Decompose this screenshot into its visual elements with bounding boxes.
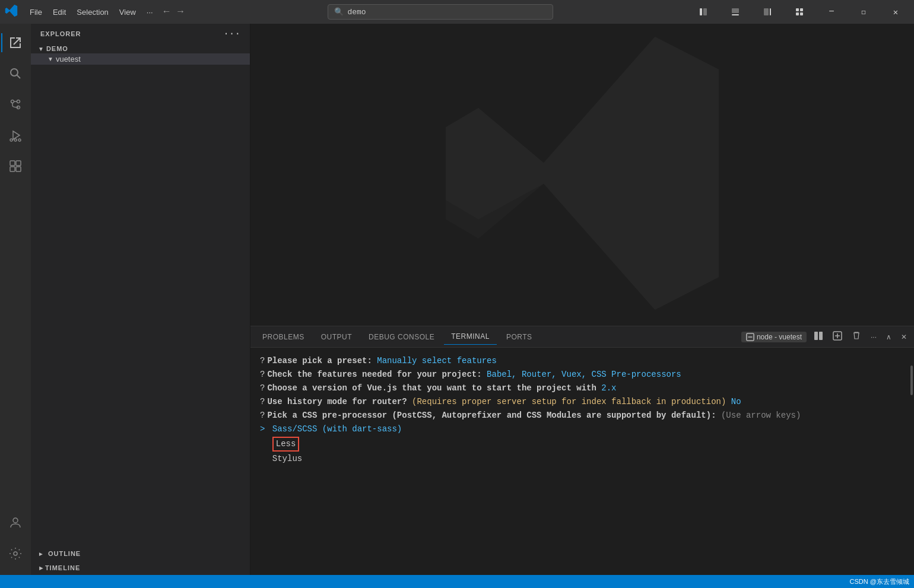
tab-terminal[interactable]: TERMINAL	[444, 329, 497, 345]
terminal-right-controls: node - vuetest ··· ∧ ✕	[741, 330, 909, 344]
term-cyan-4: No	[731, 396, 741, 408]
vuetest-label: vuetest	[56, 55, 81, 63]
term-gray-5: (Use arrow keys)	[721, 409, 801, 422]
demo-label: DEMO	[46, 45, 68, 52]
outline-label: OUTLINE	[48, 550, 81, 557]
search-box[interactable]: 🔍 demo	[328, 4, 553, 20]
tab-ports[interactable]: PORTS	[499, 329, 539, 345]
restore-button[interactable]: ◻	[850, 0, 877, 24]
search-text: demo	[347, 8, 366, 17]
term-spacer-8	[260, 453, 270, 465]
activity-search[interactable]	[1, 59, 30, 88]
term-cyan-6: Sass/SCSS (with dart-sass)	[272, 423, 402, 436]
svg-rect-0	[700, 8, 702, 15]
tab-problems[interactable]: PROBLEMS	[255, 329, 312, 345]
minimize-button[interactable]: −	[818, 0, 845, 24]
svg-point-20	[18, 139, 21, 141]
svg-rect-4	[764, 8, 769, 15]
terminal-panel: PROBLEMS OUTPUT DEBUG CONSOLE TERMINAL P…	[250, 326, 914, 575]
svg-line-11	[17, 75, 21, 79]
node-label-text: node - vuetest	[757, 333, 802, 341]
editor-area: PROBLEMS OUTPUT DEBUG CONSOLE TERMINAL P…	[250, 24, 914, 575]
back-arrow-icon[interactable]: ←	[160, 4, 173, 20]
term-text-4: Use history mode for router?	[267, 396, 412, 408]
term-prompt-5: ?	[260, 409, 265, 422]
title-bar-controls: − ◻ ✕	[690, 0, 909, 24]
status-bar: CSDN @东去雪倾城	[0, 575, 914, 588]
terminal-expand-up-button[interactable]: ∧	[884, 332, 894, 342]
menu-bar: File Edit Selection View ···	[25, 5, 158, 19]
new-terminal-button[interactable]	[830, 330, 845, 344]
term-prompt-4: ?	[260, 396, 265, 408]
svg-rect-23	[10, 167, 15, 171]
menu-file[interactable]: File	[25, 5, 47, 19]
svg-point-26	[14, 552, 17, 555]
term-prompt-3: ?	[260, 382, 265, 395]
layout-right-toggle[interactable]	[754, 0, 781, 24]
vscode-logo-icon	[5, 4, 18, 20]
timeline-section[interactable]: ► TIMELINE	[31, 561, 250, 575]
term-text-5: Pick a CSS pre-processor (PostCSS, Autop…	[267, 409, 721, 422]
terminal-line-4: ? Use history mode for router? (Requires…	[260, 396, 905, 408]
terminal-more-button[interactable]: ···	[868, 332, 879, 342]
menu-more[interactable]: ···	[142, 5, 158, 19]
terminal-node-session: node - vuetest	[741, 332, 807, 342]
svg-rect-29	[814, 332, 818, 340]
svg-point-18	[14, 139, 17, 141]
terminal-line-7: Less	[260, 437, 905, 452]
menu-view[interactable]: View	[115, 5, 141, 19]
activity-run-debug[interactable]	[1, 121, 30, 150]
svg-rect-5	[770, 8, 771, 15]
term-selected-less: Less	[272, 437, 300, 452]
term-text-2: Check the features needed for your proje…	[267, 368, 487, 381]
svg-marker-17	[13, 131, 20, 139]
activity-account[interactable]	[1, 508, 30, 537]
term-text-3: Choose a version of Vue.js that you want…	[267, 382, 601, 395]
terminal-tab-bar: PROBLEMS OUTPUT DEBUG CONSOLE TERMINAL P…	[250, 326, 914, 348]
terminal-line-1: ? Please pick a preset: Manually select …	[260, 355, 905, 367]
timeline-chevron-icon: ►	[38, 564, 45, 571]
svg-rect-1	[703, 8, 707, 15]
svg-rect-2	[732, 8, 739, 13]
activity-source-control[interactable]	[1, 90, 30, 119]
svg-rect-7	[800, 8, 803, 11]
svg-rect-8	[796, 12, 799, 15]
tab-output[interactable]: OUTPUT	[314, 329, 359, 345]
terminal-scrollbar[interactable]	[910, 365, 913, 395]
vscode-watermark	[434, 25, 731, 325]
tree-vuetest-folder[interactable]: ▼ vuetest	[31, 53, 250, 65]
layout-panel-toggle[interactable]	[722, 0, 749, 24]
activity-extensions[interactable]	[1, 152, 30, 180]
layout-sidebar-toggle[interactable]	[690, 0, 717, 24]
activity-settings[interactable]	[1, 539, 30, 568]
tab-debug-console[interactable]: DEBUG CONSOLE	[361, 329, 442, 345]
term-prompt-1: ?	[260, 355, 265, 367]
outline-chevron-icon: ►	[38, 551, 45, 557]
menu-edit[interactable]: Edit	[48, 5, 71, 19]
search-icon: 🔍	[334, 7, 344, 17]
close-button[interactable]: ✕	[882, 0, 909, 24]
tree-demo-folder[interactable]: ▼ DEMO	[31, 44, 250, 53]
status-right: CSDN @东去雪倾城	[850, 577, 909, 586]
timeline-label: TIMELINE	[45, 564, 80, 571]
split-terminal-button[interactable]	[811, 330, 826, 344]
sidebar: EXPLORER ··· ▼ DEMO ▼ vuetest ► OUTLINE …	[31, 24, 250, 575]
title-bar: File Edit Selection View ··· ← → 🔍 demo …	[0, 0, 914, 24]
sidebar-more-button[interactable]: ···	[223, 28, 240, 39]
outline-section[interactable]: ► OUTLINE	[31, 546, 250, 561]
layout-grid-icon[interactable]	[786, 0, 813, 24]
forward-arrow-icon[interactable]: →	[174, 4, 187, 20]
svg-rect-24	[16, 167, 21, 171]
terminal-line-6: > Sass/SCSS (with dart-sass)	[260, 423, 905, 436]
terminal-line-3: ? Choose a version of Vue.js that you wa…	[260, 382, 905, 395]
terminal-close-button[interactable]: ✕	[899, 332, 909, 342]
terminal-content: ? Please pick a preset: Manually select …	[250, 348, 914, 575]
svg-point-12	[11, 100, 14, 103]
term-text-1: Please pick a preset:	[267, 355, 377, 367]
main-content: EXPLORER ··· ▼ DEMO ▼ vuetest ► OUTLINE …	[0, 24, 914, 575]
sidebar-bottom: ► OUTLINE ► TIMELINE	[31, 546, 250, 575]
delete-terminal-button[interactable]	[849, 330, 864, 344]
menu-selection[interactable]: Selection	[72, 5, 113, 19]
vuetest-chevron-icon: ▼	[47, 56, 53, 62]
activity-explorer[interactable]	[1, 28, 30, 57]
